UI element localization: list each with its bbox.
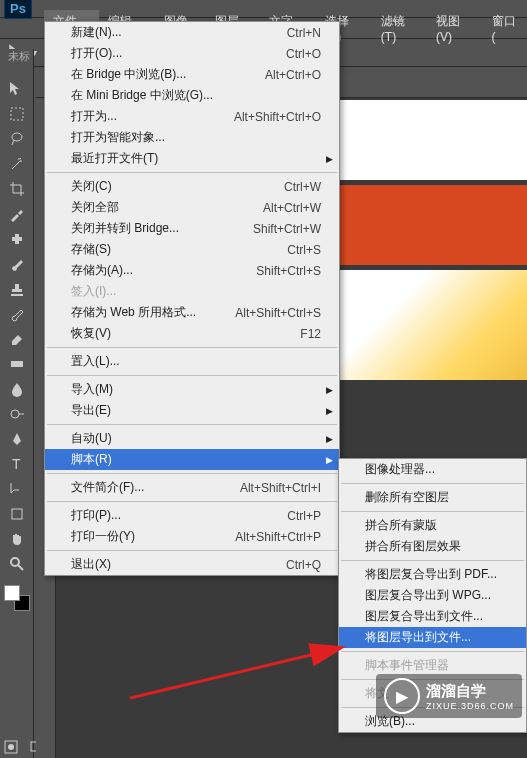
type-tool[interactable]: T (4, 452, 30, 476)
canvas-layer-3 (340, 270, 527, 380)
foreground-color[interactable] (4, 585, 20, 601)
menu-view[interactable]: 视图(V) (427, 10, 483, 47)
marquee-tool[interactable] (4, 102, 30, 126)
tools-panel: T (0, 49, 34, 758)
svg-point-8 (11, 558, 19, 566)
submenu-item: 脚本事件管理器 (339, 655, 526, 676)
pen-tool[interactable] (4, 427, 30, 451)
crop-tool[interactable] (4, 177, 30, 201)
menu-item[interactable]: 退出(X)Ctrl+Q (45, 554, 339, 575)
watermark: ▶ 溜溜自学 ZIXUE.3D66.COM (376, 674, 522, 718)
history-brush-tool[interactable] (4, 302, 30, 326)
watermark-title: 溜溜自学 (426, 682, 514, 701)
menu-item[interactable]: 打开为智能对象... (45, 127, 339, 148)
dodge-tool[interactable] (4, 402, 30, 426)
svg-text:T: T (12, 456, 21, 472)
annotation-arrow (130, 640, 370, 700)
menu-item: 签入(I)... (45, 281, 339, 302)
menu-item[interactable]: 关闭并转到 Bridge...Shift+Ctrl+W (45, 218, 339, 239)
eraser-tool[interactable] (4, 327, 30, 351)
menu-item[interactable]: 在 Mini Bridge 中浏览(G)... (45, 85, 339, 106)
submenu-item[interactable]: 拼合所有蒙版 (339, 515, 526, 536)
menu-item[interactable]: 置入(L)... (45, 351, 339, 372)
shape-tool[interactable] (4, 502, 30, 526)
submenu-item[interactable]: 图像处理器... (339, 459, 526, 480)
color-swatches[interactable] (4, 585, 30, 611)
submenu-item[interactable]: 将图层复合导出到 PDF... (339, 564, 526, 585)
menu-item[interactable]: 关闭全部Alt+Ctrl+W (45, 197, 339, 218)
app-logo: Ps (4, 0, 32, 19)
svg-line-12 (130, 648, 340, 698)
menu-item[interactable]: 导出(E)▶ (45, 400, 339, 421)
menu-item[interactable]: 自动(U)▶ (45, 428, 339, 449)
menu-item[interactable]: 打印(P)...Ctrl+P (45, 505, 339, 526)
move-tool[interactable] (4, 77, 30, 101)
path-tool[interactable] (4, 477, 30, 501)
menu-item[interactable]: 新建(N)...Ctrl+N (45, 22, 339, 43)
blur-tool[interactable] (4, 377, 30, 401)
svg-rect-3 (15, 234, 19, 244)
canvas-content (340, 100, 527, 380)
svg-point-5 (11, 410, 19, 418)
menu-item[interactable]: 最近打开文件(T)▶ (45, 148, 339, 169)
svg-point-10 (8, 744, 14, 750)
svg-rect-4 (11, 361, 23, 367)
eyedropper-tool[interactable] (4, 202, 30, 226)
lasso-tool[interactable] (4, 127, 30, 151)
submenu-item[interactable]: 拼合所有图层效果 (339, 536, 526, 557)
gradient-tool[interactable] (4, 352, 30, 376)
menu-item[interactable]: 存储为 Web 所用格式...Alt+Shift+Ctrl+S (45, 302, 339, 323)
stamp-tool[interactable] (4, 277, 30, 301)
menu-item[interactable]: 存储(S)Ctrl+S (45, 239, 339, 260)
wand-tool[interactable] (4, 152, 30, 176)
watermark-play-icon: ▶ (384, 678, 420, 714)
submenu-item[interactable]: 将图层导出到文件... (339, 627, 526, 648)
menu-window[interactable]: 窗口( (483, 10, 527, 47)
menu-item[interactable]: 打开为...Alt+Shift+Ctrl+O (45, 106, 339, 127)
menu-item[interactable]: 打印一份(Y)Alt+Shift+Ctrl+P (45, 526, 339, 547)
submenu-item[interactable]: 图层复合导出到 WPG... (339, 585, 526, 606)
canvas-layer-1 (340, 100, 527, 180)
menu-item[interactable]: 导入(M)▶ (45, 379, 339, 400)
svg-rect-7 (12, 509, 22, 519)
menu-item[interactable]: 脚本(R)▶ (45, 449, 339, 470)
menu-item[interactable]: 恢复(V)F12 (45, 323, 339, 344)
submenu-item[interactable]: 图层复合导出到文件... (339, 606, 526, 627)
zoom-tool[interactable] (4, 552, 30, 576)
svg-rect-0 (11, 108, 23, 120)
menu-item[interactable]: 在 Bridge 中浏览(B)...Alt+Ctrl+O (45, 64, 339, 85)
submenu-item[interactable]: 删除所有空图层 (339, 487, 526, 508)
menu-item[interactable]: 关闭(C)Ctrl+W (45, 176, 339, 197)
file-dropdown: 新建(N)...Ctrl+N打开(O)...Ctrl+O在 Bridge 中浏览… (44, 21, 340, 576)
document-tab[interactable]: 未标 (8, 49, 30, 64)
menu-item[interactable]: 打开(O)...Ctrl+O (45, 43, 339, 64)
quick-mask-icon[interactable] (2, 738, 20, 756)
heal-tool[interactable] (4, 227, 30, 251)
svg-point-1 (12, 133, 22, 141)
menu-item[interactable]: 存储为(A)...Shift+Ctrl+S (45, 260, 339, 281)
menu-item[interactable]: 文件简介(F)...Alt+Shift+Ctrl+I (45, 477, 339, 498)
brush-tool[interactable] (4, 252, 30, 276)
menu-filter[interactable]: 滤镜(T) (372, 10, 427, 47)
watermark-url: ZIXUE.3D66.COM (426, 701, 514, 711)
hand-tool[interactable] (4, 527, 30, 551)
canvas-layer-2 (340, 185, 527, 265)
